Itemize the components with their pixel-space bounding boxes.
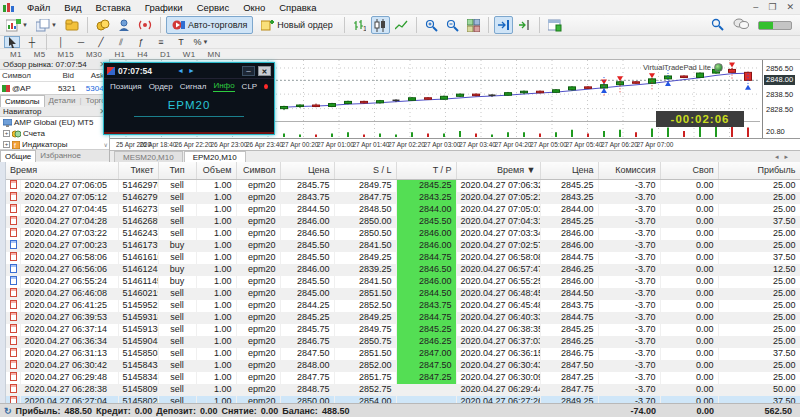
new-order-button[interactable]: Новый ордер xyxy=(255,16,338,34)
chart-scroll-arrows[interactable]: ◂▸ xyxy=(775,153,794,161)
text-tool-button[interactable]: T xyxy=(173,36,189,48)
table-row[interactable]: 2020.04.27 07:00:2351461739buy1.00epm202… xyxy=(6,240,800,252)
trendline-tool-button[interactable]: ╱ xyxy=(93,36,109,48)
table-row[interactable]: 2020.04.27 06:58:0651461610sell1.00epm20… xyxy=(6,252,800,264)
timeframe-button-m1[interactable]: M1 xyxy=(4,50,28,59)
shapes-tool-button[interactable]: %▼ xyxy=(193,36,209,48)
column-bid[interactable]: Bid xyxy=(46,70,76,81)
search-icon[interactable] xyxy=(711,18,724,33)
chat-icon[interactable] xyxy=(733,18,749,32)
tree-item-account-root[interactable]: AMP Global (EU) MT5 xyxy=(0,117,109,128)
market-watch-tab-1[interactable]: Детали xyxy=(45,95,80,107)
market-watch-row[interactable]: @AP 5321 5304 ∨ xyxy=(0,82,109,94)
market-watch-tab-0[interactable]: Символы xyxy=(0,95,45,107)
column-header-4[interactable]: Символ xyxy=(236,162,280,179)
price-axis[interactable]: 2856.502848.002838.502828.5020.80 xyxy=(762,60,800,138)
line-chart-mode-button[interactable] xyxy=(392,16,411,34)
timeframe-button-w1[interactable]: W1 xyxy=(177,50,202,59)
window-close-button[interactable]: ✕ xyxy=(786,2,794,12)
timeframe-button-m30[interactable]: M30 xyxy=(80,50,108,59)
horizontal-line-tool-button[interactable]: ─ xyxy=(73,36,89,48)
column-header-12[interactable]: Прибыль xyxy=(718,162,800,179)
window-minimize-button[interactable]: – xyxy=(753,2,758,12)
menu-item-2[interactable]: Вставка xyxy=(89,1,138,14)
data-folder-button[interactable] xyxy=(62,16,82,34)
column-header-7[interactable]: T / P xyxy=(396,162,456,179)
column-header-0[interactable]: Время xyxy=(6,162,118,179)
trade-pad-minimize-button[interactable]: – xyxy=(242,66,255,76)
menu-item-5[interactable]: Окно xyxy=(236,1,272,14)
trade-pad-tab-2[interactable]: Сигнал xyxy=(180,82,207,91)
vertical-line-tool-button[interactable]: │ xyxy=(53,36,69,48)
column-header-5[interactable]: Цена xyxy=(280,162,334,179)
trade-pad-tab-1[interactable]: Ордер xyxy=(149,82,173,91)
fibonacci-tool-button[interactable]: ƒ xyxy=(133,36,149,48)
time-axis[interactable]: 25 Apr 202026 Apr 18:4026 Apr 22:2026 Ap… xyxy=(110,138,800,150)
menu-item-4[interactable]: Сервис xyxy=(190,1,237,14)
column-header-1[interactable]: Тикет xyxy=(118,162,158,179)
signals-button[interactable] xyxy=(135,16,155,34)
navigator-tab-1[interactable]: Избранное xyxy=(36,150,85,162)
table-row[interactable]: 2020.04.27 06:41:2551459521sell1.00epm20… xyxy=(6,300,800,312)
column-header-10[interactable]: Комиссия xyxy=(598,162,660,179)
window-restore-button[interactable]: ❐ xyxy=(768,2,776,12)
globe-icon[interactable] xyxy=(714,63,723,72)
new-chart-button[interactable]: ▼ xyxy=(3,16,31,34)
timeframe-button-d1[interactable]: D1 xyxy=(154,50,177,59)
menu-item-0[interactable]: Файл xyxy=(20,1,57,14)
table-row[interactable]: 2020.04.27 06:28:3851458097sell1.00epm20… xyxy=(6,384,800,396)
pager-arrows-icon[interactable]: ◄► xyxy=(177,67,199,74)
scroll-right-icon[interactable]: ▸ xyxy=(784,153,794,160)
trade-pad-tab-3[interactable]: Инфо xyxy=(213,81,234,92)
trade-pad-close-button[interactable]: ✕ xyxy=(258,66,271,76)
table-row[interactable]: 2020.04.27 06:31:1351458503sell1.00epm20… xyxy=(6,348,800,360)
column-header-3[interactable]: Объем xyxy=(196,162,236,179)
menu-item-6[interactable]: Справка xyxy=(272,1,323,14)
expand-icon[interactable]: + xyxy=(3,141,10,148)
trade-pad-tab-4[interactable]: CLP xyxy=(242,82,258,91)
navigator-tab-0[interactable]: Общие xyxy=(0,150,36,162)
trade-pad-titlebar[interactable]: 07:07:54 ◄► – ✕ xyxy=(104,63,274,78)
table-row[interactable]: 2020.04.27 07:03:2251462434sell1.00epm20… xyxy=(6,228,800,240)
menu-item-1[interactable]: Вид xyxy=(57,1,88,14)
table-row[interactable]: 2020.04.27 07:04:4551462731sell1.00epm20… xyxy=(6,204,800,216)
zoom-out-button[interactable] xyxy=(443,16,462,34)
table-row[interactable]: 2020.04.27 06:39:5351459318sell1.00epm20… xyxy=(6,312,800,324)
cursor-tool-button[interactable] xyxy=(4,36,20,48)
column-symbol[interactable]: Символ xyxy=(0,70,46,81)
table-row[interactable]: 2020.04.27 07:04:2851462689sell1.00epm20… xyxy=(6,216,800,228)
profiles-button[interactable]: ▼ xyxy=(33,16,60,34)
tile-windows-button[interactable] xyxy=(464,16,483,34)
timeframe-button-h1[interactable]: H1 xyxy=(108,50,131,59)
column-header-9[interactable]: Цена xyxy=(540,162,598,179)
table-row[interactable]: 2020.04.27 07:05:1251462799sell1.00epm20… xyxy=(6,192,800,204)
table-row[interactable]: 2020.04.27 06:30:4251458434sell1.00epm20… xyxy=(6,360,800,372)
trade-pad-tab-0[interactable]: Позиция xyxy=(110,82,142,91)
column-header-6[interactable]: S / L xyxy=(334,162,396,179)
column-header-8[interactable]: Время ▼ xyxy=(456,162,540,179)
table-row[interactable]: 2020.04.27 06:36:3451459043sell1.00epm20… xyxy=(6,336,800,348)
expand-icon[interactable]: + xyxy=(3,130,10,137)
timeframe-button-m15[interactable]: M15 xyxy=(51,50,79,59)
strategy-tester-button[interactable] xyxy=(545,16,565,34)
table-row[interactable]: 2020.04.27 06:56:0651461243buy1.00epm202… xyxy=(6,264,800,276)
timeframe-button-h4[interactable]: H4 xyxy=(131,50,154,59)
column-header-2[interactable]: Тип xyxy=(158,162,196,179)
table-row[interactable]: 2020.04.27 06:29:4851458347sell1.00epm20… xyxy=(6,372,800,384)
scroll-down-icon[interactable]: ∨ xyxy=(104,141,108,148)
market-watch-button[interactable] xyxy=(93,16,113,34)
chart-shift-button[interactable] xyxy=(515,16,534,34)
lines-menu-button[interactable]: ≡ xyxy=(153,36,169,48)
candlestick-mode-button[interactable] xyxy=(371,16,390,34)
tree-item-accounts[interactable]: + Счета ∧ xyxy=(0,128,109,139)
zoom-in-button[interactable] xyxy=(422,16,441,34)
table-row[interactable]: 2020.04.27 06:46:0851460219sell1.00epm20… xyxy=(6,288,800,300)
tree-item-indicators[interactable]: + f Индикаторы ∨ xyxy=(0,139,109,150)
table-row[interactable]: 2020.04.27 07:06:0551462976sell1.00epm20… xyxy=(6,179,800,192)
column-header-11[interactable]: Своп xyxy=(660,162,718,179)
timeframe-button-m5[interactable]: M5 xyxy=(28,50,52,59)
table-row[interactable]: 2020.04.27 06:37:1451459130sell1.00epm20… xyxy=(6,324,800,336)
channel-tool-button[interactable]: ⫽ xyxy=(113,36,129,48)
accounts-button[interactable] xyxy=(115,16,133,34)
bar-chart-mode-button[interactable]: 1 xyxy=(350,16,369,34)
